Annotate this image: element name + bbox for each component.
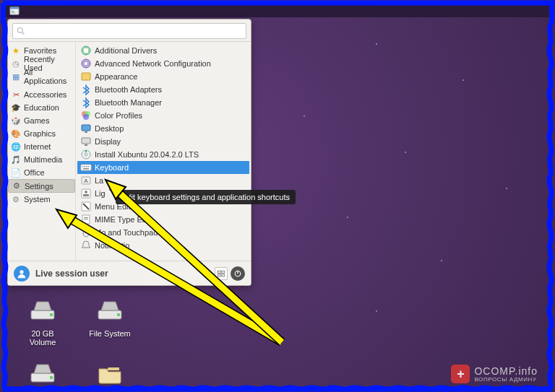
app-item-bluetooth-adapters[interactable]: Bluetooth Adapters — [77, 83, 249, 96]
keyboard-icon — [80, 162, 92, 173]
app-item-bluetooth-manager[interactable]: Bluetooth Manager — [77, 96, 249, 109]
desktop-icon-filesystem[interactable]: File System — [85, 295, 134, 338]
desktop-icon — [80, 123, 92, 134]
svg-rect-30 — [88, 166, 90, 167]
sidebar-item-label: Settings — [25, 182, 53, 191]
watermark: OCOMP.info ВОПРОСЫ АДМИНУ — [451, 365, 538, 383]
sidebar-item-office[interactable]: 📄 Office — [8, 166, 75, 179]
sidebar-item-settings[interactable]: ⚙ Settings — [8, 179, 75, 193]
notifications-icon — [80, 240, 92, 251]
svg-rect-39 — [84, 217, 88, 218]
app-item-label: Desktop — [95, 124, 124, 133]
app-item-label: La — [95, 176, 103, 185]
language-icon: A — [80, 175, 92, 186]
app-item-display[interactable]: Display — [77, 135, 249, 148]
globe-icon: 🌐 — [11, 141, 21, 152]
app-item-keyboard[interactable]: Keyboard — [77, 161, 249, 174]
menu-editor-icon — [80, 201, 92, 212]
svg-line-11 — [22, 32, 25, 35]
drive-icon — [27, 357, 59, 389]
sidebar-item-graphics[interactable]: 🎨 Graphics — [8, 127, 75, 140]
app-item-label: Lig — [95, 189, 106, 198]
svg-rect-31 — [83, 168, 89, 170]
app-item-color-profiles[interactable]: Color Profiles — [77, 109, 249, 122]
settings-manager-button[interactable] — [215, 267, 228, 280]
sidebar-item-label: Multimedia — [24, 155, 62, 164]
gear-icon: ⚙ — [12, 181, 22, 191]
app-item-language-support[interactable]: A La — [77, 174, 249, 187]
app-item-install-xubuntu[interactable]: Install Xubuntu 20.04.2.0 LTS — [77, 148, 249, 161]
app-item-label: Keyboard — [95, 163, 129, 172]
svg-rect-29 — [86, 166, 87, 167]
sidebar-item-label: System — [24, 195, 51, 204]
app-item-additional-drivers[interactable]: Additional Drivers — [77, 44, 249, 57]
app-item-notifications[interactable]: Notificatio — [77, 239, 249, 252]
watermark-suffix: .info — [515, 365, 538, 377]
drivers-icon — [80, 45, 92, 56]
app-item-advanced-network[interactable]: Advanced Network Configuration — [77, 57, 249, 70]
svg-rect-23 — [85, 144, 87, 146]
app-item-label: Bluetooth Adapters — [95, 85, 162, 94]
accessories-icon: ✂ — [11, 90, 21, 100]
svg-point-35 — [85, 191, 87, 193]
app-item-label: Advanced Network Configuration — [95, 59, 211, 68]
svg-rect-44 — [218, 271, 221, 273]
app-item-label: Appearance — [95, 72, 137, 81]
sidebar-item-all-applications[interactable]: ▦ All Applications — [8, 70, 75, 83]
sidebar-item-system[interactable]: ⚙ System — [8, 193, 75, 206]
graphics-icon: 🎨 — [11, 129, 21, 139]
applications-menu: ★ Favorites ◷ Recently Used ▦ All Applic… — [7, 19, 251, 286]
drive-icon — [94, 295, 126, 326]
install-disc-icon — [80, 149, 92, 160]
desktop-icon-home[interactable]: Home — [85, 357, 134, 392]
app-item-label: Install Xubuntu 20.04.2.0 LTS — [95, 150, 199, 159]
svg-point-43 — [20, 270, 23, 274]
svg-rect-9 — [50, 376, 53, 379]
svg-rect-36 — [83, 194, 89, 196]
app-item-label: Color Profiles — [95, 111, 142, 120]
user-avatar-icon — [14, 266, 30, 282]
svg-point-10 — [18, 28, 23, 33]
search-input[interactable] — [12, 23, 246, 39]
drive-icon — [27, 295, 59, 326]
multimedia-icon: 🎵 — [11, 154, 21, 165]
svg-rect-47 — [222, 274, 225, 276]
app-item-desktop[interactable]: Desktop — [77, 122, 249, 135]
mouse-icon — [80, 227, 92, 238]
watermark-main: OCOMP — [474, 365, 515, 377]
education-icon: 🎓 — [11, 103, 21, 113]
sidebar-item-multimedia[interactable]: 🎵 Multimedia — [8, 153, 75, 166]
svg-rect-22 — [82, 138, 90, 144]
watermark-sub: ВОПРОСЫ АДМИНУ — [474, 376, 538, 383]
folder-icon — [94, 357, 126, 389]
svg-rect-27 — [82, 166, 84, 167]
display-icon — [80, 136, 92, 147]
app-item-label: Notificatio — [95, 241, 129, 250]
bluetooth-icon — [80, 97, 92, 108]
desktop-icon-volume[interactable]: 20 GB Volume — [18, 295, 67, 347]
sidebar-item-education[interactable]: 🎓 Education — [8, 101, 75, 114]
menu-footer: Live session user — [8, 261, 251, 285]
svg-rect-20 — [82, 125, 90, 131]
sidebar-item-games[interactable]: 🎲 Games — [8, 114, 75, 127]
desktop-icon-volume[interactable]: 43 GB Volume — [18, 357, 67, 392]
svg-text:A: A — [84, 178, 88, 184]
sidebar-item-label: Internet — [24, 142, 51, 151]
bluetooth-icon — [80, 84, 92, 95]
power-button[interactable] — [231, 266, 245, 281]
games-icon: 🎲 — [11, 116, 21, 126]
sidebar-item-internet[interactable]: 🌐 Internet — [8, 140, 75, 153]
color-profiles-icon — [80, 110, 92, 121]
app-list: Additional Drivers Advanced Network Conf… — [76, 42, 251, 261]
svg-rect-3 — [12, 12, 15, 13]
sidebar-item-accessories[interactable]: ✂ Accessories — [8, 88, 75, 101]
applications-menu-button[interactable] — [7, 4, 22, 17]
username-label: Live session user — [35, 269, 212, 279]
app-item-appearance[interactable]: Appearance — [77, 70, 249, 83]
app-item-label: Mo and Touchpad — [95, 228, 158, 237]
svg-rect-5 — [50, 313, 53, 316]
lightdm-icon — [80, 188, 92, 199]
app-item-mouse-touchpad[interactable]: Mo and Touchpad — [77, 226, 249, 239]
appearance-icon — [80, 71, 92, 82]
app-item-mime-type-editor[interactable]: MIME Type Edit — [77, 213, 249, 226]
